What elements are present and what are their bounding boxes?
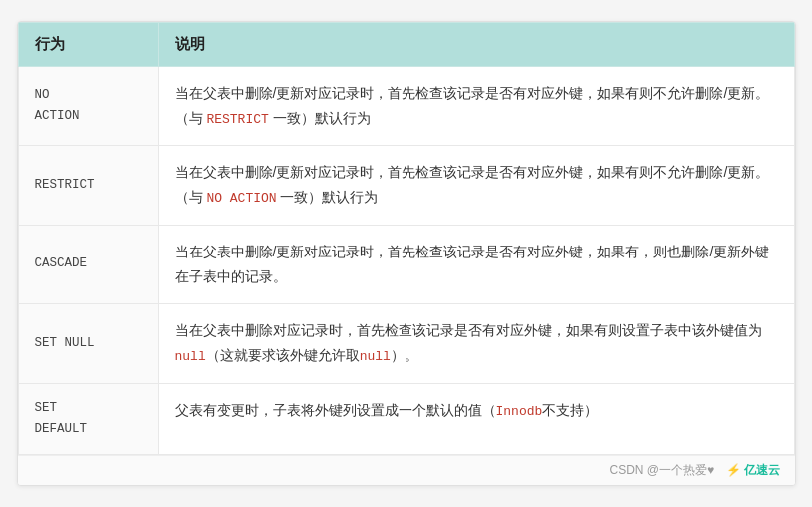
main-container: 行为 说明 NO ACTION当在父表中删除/更新对应记录时，首先检查该记录是否…	[17, 21, 796, 487]
cell-description: 父表有变更时，子表将外键列设置成一个默认的值（Innodb不支持）	[158, 383, 794, 455]
footer: CSDN @一个热爱♥ ⚡ 亿速云	[18, 455, 795, 485]
cell-action: RESTRICT	[18, 146, 158, 226]
table-header-row: 行为 说明	[18, 22, 794, 66]
footer-source: CSDN @一个热爱♥	[610, 462, 715, 479]
cell-action: SET DEFAULT	[18, 383, 158, 455]
header-description: 说明	[158, 22, 794, 66]
behavior-table: 行为 说明 NO ACTION当在父表中删除/更新对应记录时，首先检查该记录是否…	[18, 22, 795, 456]
cell-description: 当在父表中删除/更新对应记录时，首先检查该记录是否有对应外键，如果有，则也删除/…	[158, 225, 794, 303]
table-row: CASCADE当在父表中删除/更新对应记录时，首先检查该记录是否有对应外键，如果…	[18, 225, 794, 303]
table-row: RESTRICT当在父表中删除/更新对应记录时，首先检查该记录是否有对应外键，如…	[18, 146, 794, 226]
footer-brand: ⚡ 亿速云	[726, 462, 780, 479]
table-row: SET NULL当在父表中删除对应记录时，首先检查该记录是否有对应外键，如果有则…	[18, 304, 794, 384]
cell-description: 当在父表中删除/更新对应记录时，首先检查该记录是否有对应外键，如果有则不允许删除…	[158, 66, 794, 146]
table-row: SET DEFAULT父表有变更时，子表将外键列设置成一个默认的值（Innodb…	[18, 383, 794, 455]
cell-action: NO ACTION	[18, 66, 158, 146]
cell-action: CASCADE	[18, 225, 158, 303]
header-action: 行为	[18, 22, 158, 66]
table-row: NO ACTION当在父表中删除/更新对应记录时，首先检查该记录是否有对应外键，…	[18, 66, 794, 146]
cell-description: 当在父表中删除/更新对应记录时，首先检查该记录是否有对应外键，如果有则不允许删除…	[158, 146, 794, 226]
cell-action: SET NULL	[18, 304, 158, 384]
cell-description: 当在父表中删除对应记录时，首先检查该记录是否有对应外键，如果有则设置子表中该外键…	[158, 304, 794, 384]
